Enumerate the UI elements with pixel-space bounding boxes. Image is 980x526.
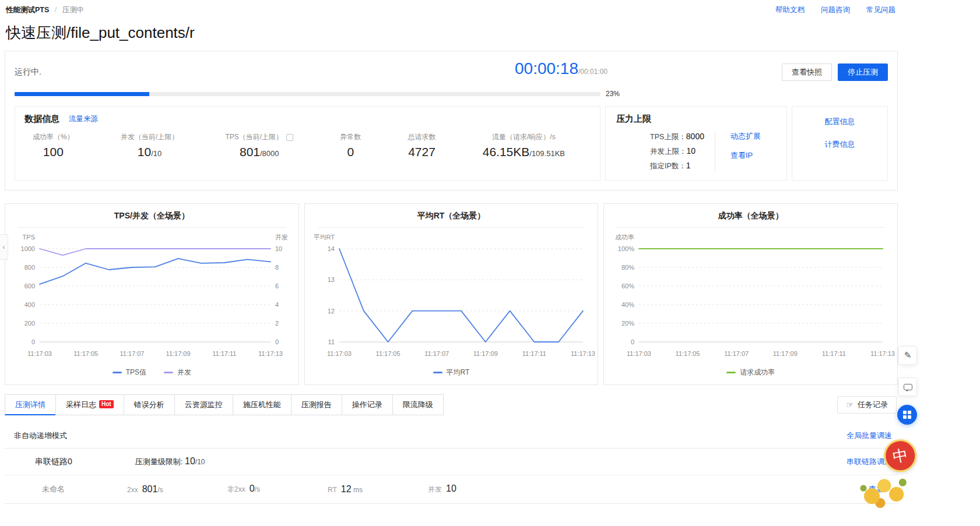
tab-throttle-degrade[interactable]: 限流降级 — [392, 394, 444, 415]
chain-speed-link[interactable]: 串联链路调速 — [846, 457, 892, 467]
tab-load-machine-performance[interactable]: 施压机性能 — [233, 394, 291, 415]
svg-text:200: 200 — [24, 320, 35, 327]
traffic-source-link[interactable]: 流量来源 — [69, 114, 98, 124]
metric-label: 异常数 — [340, 132, 361, 142]
tab-cloud-resource-monitor[interactable]: 云资源监控 — [174, 394, 233, 415]
svg-text:11:17:05: 11:17:05 — [376, 350, 401, 357]
legend-item-success-rate[interactable]: 请求成功率 — [726, 368, 775, 377]
svg-text:40%: 40% — [621, 301, 634, 308]
pressure-limit-content: TPS上限：8000 并发上限：10 指定IP数：1 动态扩展 查看IP — [616, 129, 776, 173]
metric-label: TPS（当前/上限） — [225, 132, 283, 142]
faq-link[interactable]: 常见问题 — [866, 5, 895, 15]
mode-label: 非自动递增模式 — [14, 430, 67, 441]
tab-operation-record[interactable]: 操作记录 — [342, 394, 393, 415]
dynamic-scale-link[interactable]: 动态扩展 — [730, 131, 761, 142]
metric-tps: TPS（当前/上限） 801/8000 — [225, 132, 293, 159]
tab-sample-log[interactable]: 采样日志Hot — [55, 394, 124, 415]
svg-text:11:17:13: 11:17:13 — [870, 350, 895, 357]
question-consult-link[interactable]: 问题咨询 — [821, 5, 850, 15]
svg-text:6: 6 — [275, 283, 279, 290]
tps-checkbox[interactable] — [286, 134, 293, 141]
left-panel-collapse-handle[interactable]: ‹ — [0, 234, 8, 260]
data-info-panel: 数据信息 流量来源 成功率（%） 100 并发（当前/上限） 10/10 TPS… — [15, 106, 600, 181]
help-doc-link[interactable]: 帮助文档 — [775, 5, 805, 15]
svg-text:14: 14 — [328, 245, 335, 252]
svg-text:11:17:05: 11:17:05 — [74, 350, 99, 357]
chart-title: 成功率（全场景） — [604, 211, 897, 221]
chain-row: 串联链路0 压测量级限制: 10/10 串联链路调速 — [5, 449, 898, 475]
svg-text:11:17:09: 11:17:09 — [772, 350, 797, 357]
progress-percent: 23% — [606, 90, 620, 98]
tab-test-detail[interactable]: 压测详情 — [5, 394, 56, 415]
pressure-limit-panel: 压力上限 TPS上限：8000 并发上限：10 指定IP数：1 动态扩展 查看I… — [605, 106, 787, 181]
timer-total: /00:01:00 — [578, 68, 607, 76]
pressure-limit-title: 压力上限 — [616, 114, 651, 123]
api-metric-2xx: 2xx801/s — [127, 484, 227, 495]
run-timer: 00:00:18/00:01:00 — [515, 59, 607, 78]
divider — [617, 227, 884, 228]
chart-title: TPS/并发（全场景） — [5, 211, 298, 221]
svg-text:13: 13 — [328, 276, 335, 283]
progress-row: 23% — [15, 90, 888, 98]
svg-text:600: 600 — [24, 283, 35, 290]
chat-bubble-icon — [904, 384, 912, 390]
metric-errors: 异常数 0 — [340, 132, 361, 159]
svg-text:平均RT: 平均RT — [314, 234, 335, 241]
svg-text:11:17:11: 11:17:11 — [522, 350, 546, 357]
svg-text:12: 12 — [328, 308, 335, 315]
task-record-button[interactable]: ☞ 任务记录 — [837, 396, 897, 414]
feedback-edit-button[interactable]: ✎ — [898, 346, 917, 365]
legend-item-tps[interactable]: TPS值 — [113, 368, 146, 377]
svg-text:11:17:11: 11:17:11 — [213, 350, 237, 357]
run-status-text: 运行中. — [15, 67, 41, 77]
chart-legend: TPS值 并发 — [5, 368, 298, 377]
view-snapshot-button[interactable]: 查看快照 — [782, 63, 832, 81]
svg-text:11:17:03: 11:17:03 — [627, 350, 651, 357]
view-ip-link[interactable]: 查看IP — [730, 150, 761, 161]
test-run-card: 运行中. 00:00:18/00:01:00 查看快照 停止压测 23% 数据信… — [5, 51, 898, 190]
metric-suffix: /10 — [151, 149, 161, 158]
workbench-floating-button[interactable] — [897, 405, 917, 425]
legend-item-avg-rt[interactable]: 平均RT — [433, 368, 470, 377]
metrics-row: 成功率（%） 100 并发（当前/上限） 10/10 TPS（当前/上限） 80… — [24, 132, 591, 160]
billing-info-link[interactable]: 计费信息 — [825, 139, 855, 150]
chain-limit-suffix: /10 — [195, 458, 205, 466]
svg-text:2: 2 — [275, 320, 279, 327]
divider — [18, 227, 286, 228]
hot-badge: Hot — [99, 400, 114, 408]
svg-text:0: 0 — [31, 338, 35, 345]
metric-label: 成功率（%） — [33, 132, 74, 142]
api-row: 未命名 2xx801/s 非2xx0/s RT12 ms 并发10 查看 — [5, 475, 898, 503]
tps-concurrency-chart: 02004006008001000TPS0246810并发11:17:0311:… — [6, 230, 297, 361]
legend-item-concurrency[interactable]: 并发 — [164, 368, 191, 377]
stop-test-button[interactable]: 停止压测 — [838, 63, 888, 81]
chain-name[interactable]: 串联链路0 — [35, 457, 72, 467]
progress-bar — [15, 92, 600, 96]
svg-text:成功率: 成功率 — [615, 234, 634, 241]
status-actions: 查看快照 停止压测 — [782, 63, 888, 81]
api-metric-non-2xx: 非2xx0/s — [227, 483, 328, 495]
chain-limit-value: 10 — [185, 456, 195, 466]
svg-text:11:17:13: 11:17:13 — [258, 350, 283, 357]
status-sub-row: 数据信息 流量来源 成功率（%） 100 并发（当前/上限） 10/10 TPS… — [15, 106, 888, 181]
legend-swatch — [113, 372, 122, 373]
svg-text:并发: 并发 — [275, 234, 288, 241]
chat-support-button[interactable] — [898, 377, 917, 396]
svg-text:4: 4 — [275, 301, 279, 308]
metric-suffix: /8000 — [260, 149, 279, 158]
pencil-icon: ✎ — [904, 350, 912, 361]
tab-error-analysis[interactable]: 错误分析 — [124, 394, 175, 415]
svg-text:0: 0 — [275, 338, 279, 345]
page-title: 快速压测/file_put_contents/r — [6, 23, 902, 43]
apps-grid-icon — [903, 411, 911, 419]
breadcrumb-root[interactable]: 性能测试PTS — [6, 6, 49, 14]
api-more-link[interactable]: 查看 — [869, 484, 884, 495]
chart-legend: 平均RT — [305, 368, 598, 377]
svg-text:11:17:03: 11:17:03 — [27, 350, 52, 357]
config-info-link[interactable]: 配置信息 — [825, 117, 855, 127]
data-info-title: 数据信息 — [24, 114, 59, 125]
svg-text:60%: 60% — [621, 283, 634, 290]
tab-test-report[interactable]: 压测报告 — [291, 394, 342, 415]
global-batch-speed-link[interactable]: 全局批量调速 — [846, 430, 892, 441]
api-name[interactable]: 未命名 — [42, 484, 127, 495]
